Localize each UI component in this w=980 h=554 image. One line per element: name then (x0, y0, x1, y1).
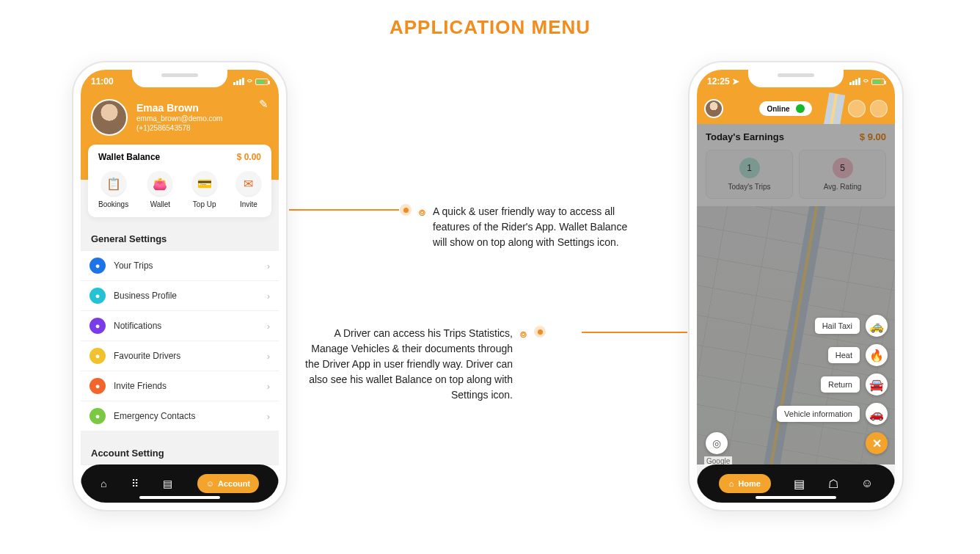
nav-home-button[interactable]: ⌂ Home (719, 474, 771, 493)
wallet-icon: 👛 (147, 171, 172, 196)
item-label: Favourite Drivers (114, 351, 180, 361)
bullet-icon (400, 204, 412, 216)
nav-list-icon[interactable]: ▤ (163, 478, 172, 489)
chevron-right-icon: › (267, 321, 270, 332)
signal-icon (849, 78, 860, 85)
avatar[interactable] (704, 99, 723, 118)
float-action-return[interactable]: Return🚘 (821, 373, 888, 396)
fire-icon: 🔥 (866, 344, 888, 366)
driver-phone: 12:25 ➤ ⌔ Online Today's Earnings $ 9.00… (690, 62, 902, 510)
notifications-button[interactable] (870, 100, 888, 117)
nav-wallet-icon[interactable]: ☖ (828, 477, 838, 491)
item-icon: ● (89, 318, 106, 334)
check-icon: ⌾ (419, 204, 425, 221)
item-label: Notifications (114, 321, 161, 331)
item-icon: ● (89, 258, 106, 274)
avatar[interactable] (91, 99, 128, 136)
float-action-heat[interactable]: Heat🔥 (828, 344, 888, 366)
clipboard-icon: 📋 (101, 171, 126, 196)
nav-home-icon[interactable]: ⌂ (100, 478, 106, 489)
home-indicator (139, 496, 220, 499)
item-label: Your Trips (114, 260, 153, 271)
annotation-driver-text: A Driver can access his Trips Statistics… (304, 326, 513, 403)
driver-topbar: Online (697, 93, 895, 124)
nav-grid-icon[interactable]: ⠿ (131, 478, 138, 489)
crosshair-icon: ◎ (712, 437, 721, 449)
shortcut-label: Invite (240, 200, 257, 208)
item-icon: ● (89, 378, 106, 394)
item-label: Emergency Contacts (114, 411, 195, 421)
item-label: Invite Friends (114, 381, 167, 391)
settings-item-notifications[interactable]: ●Notifications› (81, 311, 279, 341)
taxi-icon: 🚕 (866, 315, 888, 337)
mail-icon: ✉ (236, 171, 261, 196)
status-time: 11:00 (91, 76, 114, 87)
settings-item-invite-friends[interactable]: ●Invite Friends› (81, 371, 279, 401)
card-icon: 💳 (192, 171, 217, 196)
phone-notch (748, 68, 844, 87)
connector-left (289, 209, 399, 211)
settings-item-emergency-contacts[interactable]: ●Emergency Contacts› (81, 401, 279, 431)
locate-me-button[interactable]: ◎ (706, 432, 728, 454)
nav-account-button[interactable]: ☺ Account (197, 474, 259, 493)
battery-icon (255, 79, 268, 85)
location-icon: ➤ (732, 76, 739, 87)
wallet-card: Wallet Balance $ 0.00 📋Bookings👛Wallet💳T… (88, 145, 271, 217)
shortcut-label: Wallet (150, 200, 170, 208)
car-list-icon: 🚗 (866, 403, 888, 425)
general-settings-heading: General Settings (81, 227, 279, 250)
annotation-driver: ⌾ A Driver can access his Trips Statisti… (304, 326, 546, 403)
online-label: Online (767, 105, 789, 113)
bullet-icon (534, 326, 546, 338)
online-toggle[interactable]: Online (759, 101, 811, 116)
chevron-right-icon: › (267, 291, 270, 302)
status-time: 12:25 (707, 76, 730, 87)
item-icon: ● (89, 288, 106, 304)
wifi-icon: ⌔ (247, 77, 252, 86)
chevron-right-icon: › (267, 381, 270, 392)
float-label: Heat (828, 347, 860, 363)
item-icon: ● (89, 348, 106, 364)
phone-notch (132, 68, 227, 87)
nav-list-icon[interactable]: ▤ (794, 477, 805, 491)
connector-right (582, 332, 687, 333)
edit-profile-icon[interactable]: ✎ (259, 98, 268, 111)
profile-email: emma_brown@demo.com (136, 114, 222, 123)
float-label: Return (821, 376, 860, 393)
rider-phone: 11:00 ⌔ ✎ Emaa Brown emma_brown@demo.com… (73, 62, 286, 510)
nav-account-label: Account (218, 479, 250, 488)
shortcut-label: Top Up (193, 200, 216, 208)
settings-item-favourite-drivers[interactable]: ●Favourite Drivers› (81, 341, 279, 371)
home-indicator (756, 496, 836, 499)
check-icon: ⌾ (520, 326, 527, 343)
chevron-right-icon: › (267, 351, 270, 362)
wallet-label: Wallet Balance (98, 152, 160, 162)
float-label: Hail Taxi (815, 318, 860, 334)
home-icon: ⌂ (729, 479, 734, 488)
shortcut-wallet[interactable]: 👛Wallet (147, 171, 172, 208)
float-label: Vehicle information (777, 406, 860, 422)
wallet-amount: $ 0.00 (237, 152, 261, 162)
sos-button[interactable] (848, 100, 866, 117)
item-icon: ● (89, 408, 106, 424)
account-setting-heading: Account Setting (81, 442, 279, 464)
annotation-rider: ⌾ A quick & user friendly way to access … (400, 204, 642, 250)
nav-profile-icon[interactable]: ☺ (861, 477, 873, 490)
float-action-hail-taxi[interactable]: Hail Taxi🚕 (815, 315, 888, 337)
shortcut-top-up[interactable]: 💳Top Up (192, 171, 217, 208)
user-icon: ☺ (206, 479, 214, 488)
online-dot-icon (796, 104, 805, 113)
battery-icon (871, 79, 885, 85)
page-heading: APPLICATION MENU (0, 0, 980, 39)
item-label: Business Profile (114, 291, 177, 301)
close-float-button[interactable]: ✕ (866, 432, 888, 454)
settings-item-your-trips[interactable]: ●Your Trips› (81, 251, 279, 281)
settings-item-business-profile[interactable]: ●Business Profile› (81, 281, 279, 311)
wifi-icon: ⌔ (863, 77, 869, 86)
float-action-vehicle-information[interactable]: Vehicle information🚗 (777, 403, 888, 425)
profile-name: Emaa Brown (136, 102, 222, 114)
profile-phone: (+1)2586543578 (136, 123, 222, 133)
shortcut-invite[interactable]: ✉Invite (236, 171, 261, 208)
shortcut-bookings[interactable]: 📋Bookings (98, 171, 128, 208)
signal-icon (233, 78, 244, 85)
